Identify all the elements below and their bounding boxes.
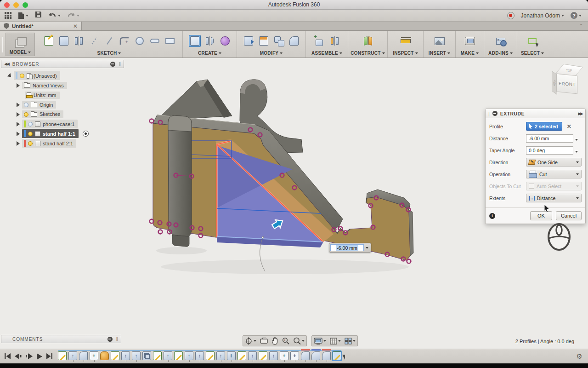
- timeline-sketch-icon[interactable]: [174, 351, 183, 360]
- timeline-joint-icon[interactable]: [280, 351, 288, 360]
- timeline-settings-gear-icon[interactable]: ⚙: [577, 352, 588, 361]
- browser-options-icon[interactable]: [110, 62, 115, 67]
- look-at-button[interactable]: [260, 338, 268, 344]
- expand-icon[interactable]: [17, 122, 20, 126]
- extents-select[interactable]: |↔|Distance: [526, 194, 582, 202]
- zoom-button[interactable]: ±: [282, 337, 289, 345]
- expand-icon[interactable]: [17, 83, 20, 88]
- direction-row: Direction One Side: [489, 157, 582, 167]
- extrude-dialog-header[interactable]: | EXTRUDE ▶▶: [486, 109, 585, 118]
- expand-icon[interactable]: [7, 73, 12, 78]
- 3d-viewport[interactable]: -6.00 mm ◀◀ BROWSER ‖ (Unsaved) Named Vi…: [0, 58, 588, 363]
- comments-grip-icon[interactable]: ‖: [116, 337, 118, 342]
- comments-options-icon[interactable]: [107, 337, 113, 342]
- display-settings-button[interactable]: [314, 338, 326, 345]
- dialog-grip-icon[interactable]: |: [488, 111, 490, 116]
- timeline-extrude-icon[interactable]: [195, 351, 204, 360]
- visibility-bulb-icon[interactable]: [28, 122, 33, 126]
- pan-button[interactable]: [271, 337, 278, 345]
- visibility-bulb-icon[interactable]: [20, 74, 24, 78]
- app-window: Autodesk Fusion 360 Jonatha: [0, 0, 588, 368]
- visibility-bulb-icon[interactable]: [28, 132, 33, 136]
- timeline-extrude-icon[interactable]: [269, 351, 278, 360]
- go-to-start-button[interactable]: [5, 353, 11, 359]
- expand-icon[interactable]: [17, 112, 20, 117]
- browser-grip-icon[interactable]: ‖: [119, 62, 121, 67]
- timeline-fillet-icon[interactable]: [301, 351, 310, 360]
- comments-header[interactable]: COMMENTS ‖: [1, 335, 121, 343]
- dialog-collapse-icon[interactable]: [492, 111, 498, 116]
- expand-icon[interactable]: [17, 103, 20, 107]
- timeline-extrude-icon[interactable]: [248, 351, 257, 360]
- step-forward-button[interactable]: [26, 353, 33, 359]
- taper-expr-dropdown[interactable]: [575, 146, 578, 155]
- timeline-mirror-icon[interactable]: [227, 351, 236, 360]
- distance-expr-dropdown[interactable]: [575, 134, 578, 143]
- browser-collapse-icon[interactable]: ◀◀: [4, 62, 9, 66]
- timeline-extrude-icon[interactable]: [121, 351, 130, 360]
- tree-row-root[interactable]: (Unsaved): [1, 71, 124, 80]
- expand-icon[interactable]: [17, 132, 20, 136]
- play-button[interactable]: [37, 353, 42, 360]
- timeline-fillet-icon[interactable]: [79, 351, 88, 360]
- tree-row-stand-half-1[interactable]: stand half 1:1: [1, 129, 124, 138]
- distance-input[interactable]: -6.00 mm: [330, 244, 364, 251]
- tree-row-sketches[interactable]: Sketches: [1, 109, 124, 119]
- timeline-sketch-icon[interactable]: [111, 351, 119, 360]
- timeline-combine-icon[interactable]: [142, 351, 151, 360]
- folder-icon: [24, 83, 30, 88]
- cancel-button[interactable]: Cancel: [556, 211, 582, 220]
- profile-select-button[interactable]: 2 selected: [526, 122, 562, 131]
- tree-row-origin[interactable]: Origin: [1, 100, 124, 109]
- comments-panel: COMMENTS ‖: [1, 335, 121, 343]
- info-icon[interactable]: i: [489, 213, 495, 219]
- timeline-form-icon[interactable]: [100, 351, 109, 360]
- tree-row-phone-case[interactable]: phone+case:1: [1, 119, 124, 129]
- tree-row-units[interactable]: Units: mm: [1, 90, 124, 100]
- timeline-sketch-icon[interactable]: [206, 351, 215, 360]
- distance-field[interactable]: -6.00 mm: [526, 134, 573, 143]
- tree-row-stand-half-2[interactable]: stand half 2:1: [1, 138, 124, 148]
- timeline-extrude-icon[interactable]: [164, 351, 172, 360]
- objects-to-cut-row: Objects To Cut Auto-Select: [489, 181, 582, 191]
- timeline-extrude-icon[interactable]: [132, 351, 141, 360]
- timeline-joint-icon[interactable]: [290, 351, 299, 360]
- timeline-extrude-icon[interactable]: [68, 351, 77, 360]
- viewcube[interactable]: TOP LEFT FRONT: [548, 63, 585, 99]
- dialog-dock-icon[interactable]: ▶▶: [578, 111, 582, 116]
- fit-button[interactable]: [293, 337, 305, 345]
- model-prong-triangle[interactable]: [156, 80, 232, 121]
- browser-header[interactable]: ◀◀ BROWSER ‖: [1, 60, 124, 68]
- timeline-extrude-icon[interactable]: [185, 351, 193, 360]
- viewports-button[interactable]: [345, 338, 356, 345]
- timeline-sketch-icon[interactable]: [259, 351, 267, 360]
- visibility-bulb-icon[interactable]: [24, 112, 28, 117]
- visibility-bulb-icon[interactable]: [24, 103, 28, 107]
- distance-input-float[interactable]: -6.00 mm: [329, 243, 371, 253]
- timeline-sketch-icon[interactable]: [153, 351, 162, 360]
- timeline-fillet-icon[interactable]: [322, 351, 331, 360]
- viewcube-front-face[interactable]: FRONT: [556, 74, 577, 94]
- timeline-position-marker[interactable]: [342, 355, 345, 360]
- go-to-end-button[interactable]: [46, 353, 52, 359]
- activate-component-radio[interactable]: [83, 131, 89, 137]
- timeline-sketch-active-icon[interactable]: [333, 351, 341, 360]
- visibility-bulb-icon[interactable]: [28, 141, 33, 146]
- timeline-extrude-icon[interactable]: [216, 351, 225, 360]
- step-back-button[interactable]: [15, 353, 22, 359]
- timeline-sketch-icon[interactable]: [237, 351, 246, 360]
- expand-icon[interactable]: [17, 141, 20, 146]
- timeline-fillet-icon[interactable]: [311, 351, 320, 360]
- operation-select[interactable]: Cut: [526, 170, 582, 178]
- orbit-button[interactable]: [245, 337, 256, 345]
- distance-dropdown-icon[interactable]: [364, 244, 370, 251]
- model-plank-left[interactable]: [168, 115, 192, 247]
- direction-select[interactable]: One Side: [526, 158, 582, 167]
- tree-row-named-views[interactable]: Named Views: [1, 80, 124, 90]
- ok-button[interactable]: OK: [530, 211, 552, 220]
- taper-field[interactable]: 0.0 deg: [526, 146, 573, 155]
- profile-clear-icon[interactable]: ✕: [567, 123, 571, 130]
- timeline-joint-icon[interactable]: [90, 351, 98, 360]
- grid-snap-button[interactable]: [330, 338, 341, 345]
- timeline-sketch-icon[interactable]: [58, 351, 67, 360]
